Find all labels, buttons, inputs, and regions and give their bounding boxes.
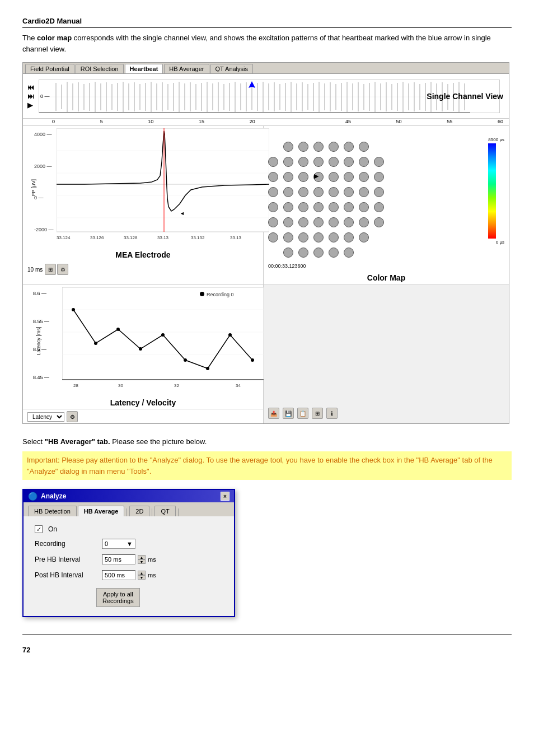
tab-heartbeat[interactable]: Heartbeat [125,64,163,73]
electrode[interactable] [359,232,369,242]
electrode[interactable] [329,157,339,167]
dialog-close-button[interactable]: × [221,492,229,501]
electrode[interactable] [374,187,384,197]
colormap-save-button[interactable]: 💾 [283,408,294,419]
electrode[interactable] [298,187,308,197]
apply-all-recordings-button[interactable]: Apply to all Recordings [96,588,140,607]
electrode[interactable] [283,142,293,152]
dialog-tab-qt[interactable]: QT [154,506,175,516]
electrode[interactable] [268,172,278,182]
electrode[interactable] [283,172,293,182]
electrode[interactable] [329,217,339,227]
play-icon[interactable]: ▶ [27,101,34,109]
electrode[interactable] [313,142,324,152]
post-hb-up[interactable]: ▲ [138,571,146,575]
color-map-panel: ▶ [264,126,509,284]
electrode[interactable] [344,172,354,182]
electrode[interactable] [374,202,384,212]
electrode[interactable] [298,248,308,258]
electrode[interactable] [268,217,278,227]
svg-point-105 [251,358,254,362]
electrode[interactable] [298,142,308,152]
electrode[interactable] [359,202,369,212]
dialog-tab-2d[interactable]: 2D [129,506,149,516]
electrode[interactable] [283,248,293,258]
tab-roi-selection[interactable]: ROI Selection [76,64,124,73]
svg-text:33.124: 33.124 [57,235,71,240]
electrode[interactable] [359,157,369,167]
latency-dropdown[interactable]: Latency Velocity [27,412,64,422]
electrode[interactable] [313,157,324,167]
pre-hb-down[interactable]: ▼ [138,559,146,564]
electrode[interactable] [359,187,369,197]
post-hb-down[interactable]: ▼ [138,575,146,580]
tab-field-potential[interactable]: Field Potential [25,64,74,73]
electrode[interactable]: ▶ [313,172,324,182]
dialog-tab-hb-detection[interactable]: HB Detection [28,506,77,516]
mea-chart-controls: 10 ms ⊞ ⚙ [23,263,263,276]
electrode[interactable] [329,142,339,152]
skip-back-icon[interactable]: ⏮ [27,83,34,91]
electrode[interactable] [329,172,339,182]
latency-settings-button[interactable]: ⚙ [67,411,78,422]
zoom-button[interactable]: ⊞ [45,264,56,275]
electrode[interactable] [268,232,278,242]
electrode[interactable] [359,217,369,227]
electrode[interactable] [298,157,308,167]
dialog-tab-hb-average[interactable]: HB Average [78,506,125,516]
recording-dropdown[interactable]: 0 ▼ [102,539,135,549]
skip-forward-icon[interactable]: ⏭ [27,92,34,100]
svg-text:33.13: 33.13 [157,235,169,240]
electrode[interactable] [298,202,308,212]
electrode[interactable] [344,232,354,242]
electrode[interactable] [283,232,293,242]
electrode[interactable] [329,248,339,258]
electrode[interactable] [344,142,354,152]
electrode[interactable] [374,172,384,182]
on-checkbox[interactable]: ✓ [35,525,43,533]
electrode[interactable] [313,232,324,242]
electrode[interactable] [268,202,278,212]
electrode[interactable] [344,217,354,227]
dialog-title-text: Analyze [41,492,66,500]
electrode[interactable] [298,172,308,182]
electrode[interactable] [283,202,293,212]
colormap-grid-button[interactable]: ⊞ [312,408,323,419]
electrode[interactable] [329,202,339,212]
colormap-label-top: 8500 µs [488,137,504,142]
tab-qt-analysis[interactable]: QT Analysis [210,64,254,73]
apply-btn-line1: Apply to all [103,591,133,598]
electrode[interactable] [359,172,369,182]
electrode[interactable] [344,157,354,167]
electrode[interactable] [329,187,339,197]
tab-hb-averager[interactable]: HB Averager [164,64,209,73]
colormap-export-button[interactable]: 📤 [268,408,279,419]
electrode[interactable] [313,202,324,212]
electrode[interactable] [313,248,324,258]
electrode[interactable] [283,217,293,227]
electrode[interactable] [283,157,293,167]
electrode[interactable] [329,232,339,242]
electrode[interactable] [374,157,384,167]
electrode[interactable] [344,187,354,197]
electrode[interactable] [268,157,278,167]
electrode[interactable] [359,142,369,152]
colormap-info-button[interactable]: ℹ [326,408,338,419]
electrode[interactable] [298,232,308,242]
electrode[interactable] [268,187,278,197]
colormap-copy-button[interactable]: 📋 [297,408,308,419]
pre-hb-up[interactable]: ▲ [138,555,146,559]
warning-text: Important: Please pay attention to the "… [22,451,512,480]
middle-section: FP [µV] 4000 — 2000 — 0 — -2000 — [23,126,509,285]
intro-paragraph: The color map corresponds with the singl… [22,32,512,54]
electrode[interactable] [283,187,293,197]
settings-button[interactable]: ⚙ [57,264,68,275]
electrode[interactable] [344,248,354,258]
electrode[interactable] [374,217,384,227]
pre-hb-value[interactable]: 50 ms [102,554,135,564]
electrode[interactable] [313,187,324,197]
electrode[interactable] [344,202,354,212]
electrode[interactable] [298,217,308,227]
post-hb-value[interactable]: 500 ms [102,570,135,580]
electrode[interactable] [313,217,324,227]
